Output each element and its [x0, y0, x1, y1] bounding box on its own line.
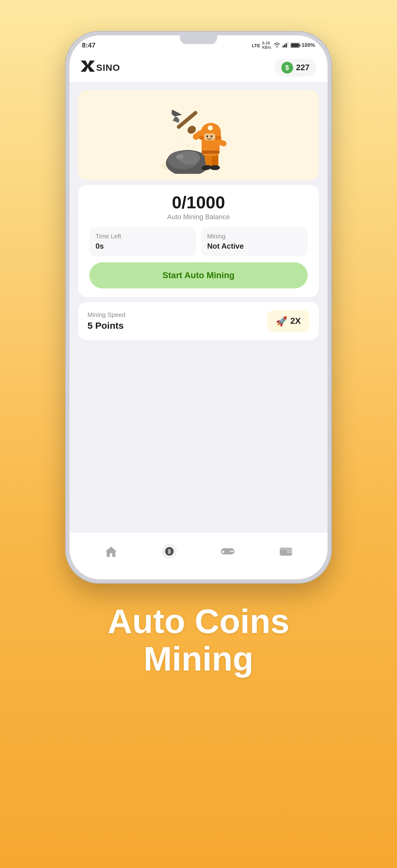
- logo-x-icon: [80, 61, 95, 74]
- svg-rect-1: [284, 44, 285, 48]
- svg-point-40: [230, 551, 232, 552]
- data-speed: 0.16KB/s: [262, 41, 271, 50]
- svg-point-31: [186, 144, 189, 148]
- time-left-value: 0s: [96, 242, 190, 251]
- speed-info: Mining Speed 5 Points: [88, 311, 125, 331]
- boost-badge[interactable]: 🚀 2X: [267, 310, 309, 332]
- svg-rect-6: [300, 44, 301, 46]
- page-title-line2: Mining: [143, 640, 254, 678]
- balance-badge: $ 227: [274, 59, 317, 77]
- miner-svg: [158, 102, 239, 174]
- signal-info: LTE 0.16KB/s: [252, 41, 315, 50]
- bottom-nav: ₿: [69, 533, 328, 579]
- status-right: LTE 0.16KB/s: [252, 41, 315, 50]
- svg-rect-18: [202, 151, 220, 154]
- signal-bars-icon: [283, 42, 289, 49]
- svg-rect-30: [176, 110, 198, 129]
- page-bottom-text: Auto Coins Mining: [108, 602, 290, 677]
- svg-marker-7: [80, 61, 95, 72]
- mining-illustration: [155, 99, 242, 174]
- page-title-line1: Auto Coins: [108, 602, 290, 640]
- speed-card: Mining Speed 5 Points 🚀 2X: [78, 302, 319, 340]
- games-icon: [220, 543, 236, 559]
- svg-rect-2: [286, 43, 287, 48]
- svg-rect-3: [287, 42, 289, 48]
- mining-illustration-card: [78, 90, 319, 180]
- notch: [180, 35, 217, 44]
- svg-point-12: [176, 154, 184, 159]
- logo-sino-text: SINO: [96, 62, 120, 73]
- mining-status-value: Not Active: [207, 242, 301, 251]
- svg-rect-0: [283, 45, 284, 48]
- mining-status-box: Mining Not Active: [201, 227, 308, 256]
- dollar-icon: $: [281, 62, 293, 73]
- battery-percent: 100%: [302, 42, 315, 49]
- nav-item-wallet[interactable]: [272, 539, 300, 564]
- phone-frame: 8:47 LTE 0.16KB/s: [65, 31, 332, 584]
- stats-row: Time Left 0s Mining Not Active: [89, 227, 308, 256]
- phone-screen: 8:47 LTE 0.16KB/s: [69, 35, 328, 579]
- svg-rect-45: [280, 548, 292, 550]
- svg-point-33: [193, 146, 195, 149]
- mining-balance-number: 0/1000: [89, 194, 308, 211]
- balance-display: 0/1000 Auto Mining Balance: [89, 194, 308, 221]
- balance-value: 227: [296, 63, 309, 72]
- app-header: SINO $ 227: [69, 53, 328, 83]
- speed-value: 5 Points: [88, 320, 125, 331]
- svg-point-28: [206, 135, 208, 137]
- svg-text:₿: ₿: [168, 549, 171, 554]
- mining-label: Mining: [207, 233, 301, 240]
- svg-point-26: [209, 126, 212, 129]
- battery-icon: 100%: [291, 42, 315, 49]
- svg-point-32: [180, 142, 183, 144]
- mining-icon: ₿: [161, 543, 177, 559]
- speed-label: Mining Speed: [88, 311, 125, 318]
- svg-point-29: [210, 135, 212, 137]
- app-logo: SINO: [80, 61, 120, 74]
- page-title: Auto Coins Mining: [108, 602, 290, 677]
- mining-balance-label: Auto Mining Balance: [89, 213, 308, 221]
- wifi-icon: [273, 42, 281, 49]
- status-time: 8:47: [82, 41, 96, 49]
- main-content: 0/1000 Auto Mining Balance Time Left 0s …: [69, 83, 328, 579]
- svg-rect-39: [222, 551, 225, 552]
- svg-point-41: [232, 551, 234, 552]
- nav-item-home[interactable]: [97, 539, 125, 564]
- boost-multiplier: 2X: [290, 316, 301, 326]
- wallet-icon: [278, 543, 294, 559]
- nav-item-mining[interactable]: ₿: [155, 539, 184, 564]
- start-mining-button[interactable]: Start Auto Mining: [89, 262, 308, 288]
- status-bar: 8:47 LTE 0.16KB/s: [69, 35, 328, 53]
- time-left-label: Time Left: [96, 233, 190, 240]
- home-icon: [103, 543, 119, 559]
- rocket-icon: 🚀: [276, 316, 287, 327]
- svg-rect-5: [291, 44, 299, 47]
- empty-content-area: [69, 340, 328, 533]
- stats-card: 0/1000 Auto Mining Balance Time Left 0s …: [78, 185, 319, 297]
- time-left-box: Time Left 0s: [89, 227, 196, 256]
- lte-icon: LTE: [252, 43, 260, 48]
- nav-item-games[interactable]: [213, 539, 242, 564]
- svg-point-16: [210, 165, 220, 170]
- svg-point-44: [289, 551, 291, 553]
